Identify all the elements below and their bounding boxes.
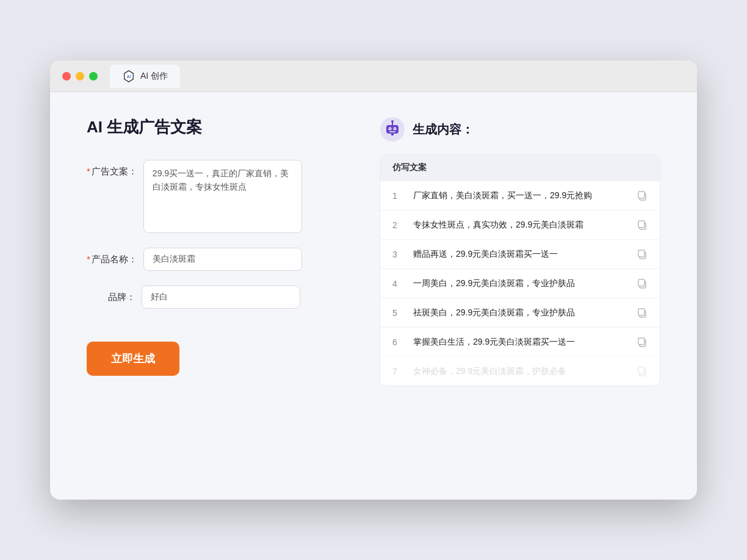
brand-input[interactable] bbox=[142, 285, 300, 309]
product-name-row: *产品名称： bbox=[87, 248, 343, 271]
svg-rect-11 bbox=[391, 134, 394, 135]
svg-rect-25 bbox=[638, 367, 644, 374]
row-text: 掌握美白生活，29.9元美白淡斑霜买一送一 bbox=[413, 336, 627, 348]
result-table: 仿写文案 1 厂家直销，美白淡斑霜，买一送一，29.9元抢购 2 专抹女性斑点，… bbox=[380, 154, 660, 386]
row-text: 祛斑美白，29.9元美白淡斑霜，专业护肤品 bbox=[413, 306, 627, 319]
copy-icon[interactable] bbox=[637, 220, 648, 231]
row-number: 2 bbox=[392, 220, 403, 230]
svg-rect-10 bbox=[389, 131, 395, 132]
result-header: 生成内容： bbox=[380, 117, 660, 142]
copy-icon[interactable] bbox=[637, 278, 648, 289]
minimize-button[interactable] bbox=[76, 72, 84, 81]
row-number: 6 bbox=[392, 337, 403, 347]
svg-rect-15 bbox=[638, 221, 644, 228]
table-row: 4 一周美白，29.9元美白淡斑霜，专业护肤品 bbox=[380, 268, 660, 298]
row-text: 赠品再送，29.9元美白淡斑霜买一送一 bbox=[413, 248, 627, 260]
required-star: * bbox=[87, 166, 90, 176]
generate-button[interactable]: 立即生成 bbox=[87, 342, 179, 376]
row-text: 厂家直销，美白淡斑霜，买一送一，29.9元抢购 bbox=[413, 189, 627, 202]
svg-point-7 bbox=[394, 128, 395, 129]
table-row: 5 祛斑美白，29.9元美白淡斑霜，专业护肤品 bbox=[380, 298, 660, 327]
tab-label: AI 创作 bbox=[140, 71, 168, 82]
ad-copy-label: *广告文案： bbox=[87, 160, 137, 178]
table-row: 1 厂家直销，美白淡斑霜，买一送一，29.9元抢购 bbox=[380, 181, 660, 210]
copy-icon[interactable] bbox=[637, 307, 648, 318]
row-number: 5 bbox=[392, 308, 403, 318]
row-text: 一周美白，29.9元美白淡斑霜，专业护肤品 bbox=[413, 277, 627, 290]
row-text: 女神必备，29.9元美白淡斑霜，护肤必备 bbox=[413, 365, 627, 378]
svg-rect-21 bbox=[638, 309, 644, 315]
ai-tab-icon: AI bbox=[122, 70, 135, 83]
brand-label: 品牌： bbox=[87, 285, 135, 303]
copy-icon[interactable] bbox=[637, 190, 648, 201]
right-panel: 生成内容： 仿写文案 1 厂家直销，美白淡斑霜，买一送一，29.9元抢购 2 专… bbox=[380, 117, 660, 386]
copy-icon[interactable] bbox=[637, 366, 648, 377]
table-row: 3 赠品再送，29.9元美白淡斑霜买一送一 bbox=[380, 239, 660, 268]
required-star-2: * bbox=[87, 254, 90, 264]
robot-icon bbox=[380, 117, 405, 142]
copy-icon[interactable] bbox=[637, 249, 648, 260]
svg-rect-17 bbox=[638, 250, 644, 257]
ad-copy-row: *广告文案： 29.9买一送一，真正的厂家直销，美白淡斑霜，专抹女性斑点 bbox=[87, 160, 343, 233]
ai-tab[interactable]: AI AI 创作 bbox=[110, 65, 180, 88]
svg-point-9 bbox=[391, 120, 394, 123]
row-number: 4 bbox=[392, 279, 403, 289]
titlebar: AI AI 创作 bbox=[50, 60, 697, 92]
table-row: 7 女神必备，29.9元美白淡斑霜，护肤必备 bbox=[380, 356, 660, 386]
copy-icon[interactable] bbox=[637, 337, 648, 348]
table-header: 仿写文案 bbox=[380, 155, 660, 181]
table-row: 6 掌握美白生活，29.9元美白淡斑霜买一送一 bbox=[380, 327, 660, 356]
close-button[interactable] bbox=[62, 72, 71, 81]
svg-text:AI: AI bbox=[127, 74, 131, 79]
row-number: 1 bbox=[392, 191, 403, 201]
row-number: 7 bbox=[392, 367, 403, 376]
row-text: 专抹女性斑点，真实功效，29.9元美白淡斑霜 bbox=[413, 218, 627, 231]
page-title: AI 生成广告文案 bbox=[87, 117, 343, 138]
brand-row: 品牌： bbox=[87, 285, 343, 309]
row-number: 3 bbox=[392, 249, 403, 259]
table-row: 2 专抹女性斑点，真实功效，29.9元美白淡斑霜 bbox=[380, 210, 660, 239]
svg-rect-13 bbox=[638, 192, 644, 198]
ad-copy-input[interactable]: 29.9买一送一，真正的厂家直销，美白淡斑霜，专抹女性斑点 bbox=[143, 160, 302, 233]
product-name-label: *产品名称： bbox=[87, 248, 137, 265]
result-title: 生成内容： bbox=[413, 121, 474, 138]
maximize-button[interactable] bbox=[89, 72, 98, 81]
browser-window: AI AI 创作 AI 生成广告文案 *广告文案： 29.9买一送一，真正的厂家… bbox=[50, 60, 697, 500]
content-area: AI 生成广告文案 *广告文案： 29.9买一送一，真正的厂家直销，美白淡斑霜，… bbox=[50, 92, 697, 411]
svg-rect-19 bbox=[638, 279, 644, 286]
svg-point-6 bbox=[389, 128, 391, 129]
product-name-input[interactable] bbox=[143, 248, 302, 271]
svg-rect-23 bbox=[638, 338, 644, 345]
left-panel: AI 生成广告文案 *广告文案： 29.9买一送一，真正的厂家直销，美白淡斑霜，… bbox=[87, 117, 343, 386]
traffic-lights bbox=[62, 72, 98, 81]
